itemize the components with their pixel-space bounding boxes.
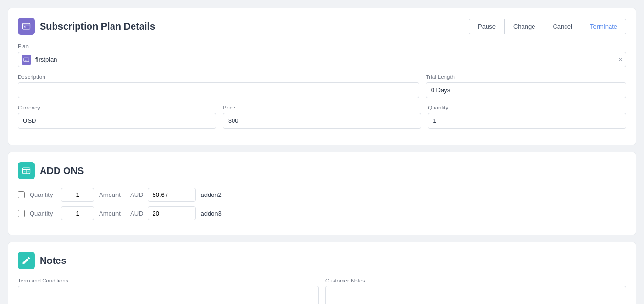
plan-icon-svg xyxy=(23,57,29,63)
addon1-amount-input[interactable] xyxy=(148,188,196,202)
subscription-icon xyxy=(18,18,35,35)
plan-label: Plan xyxy=(18,43,626,49)
addons-card: ADD ONS Quantity Amount AUD addon2 Quant… xyxy=(8,152,636,235)
addon1-amount-label: Amount xyxy=(99,191,125,198)
notes-card-title: Notes xyxy=(40,255,67,266)
subscription-plan-card: Subscription Plan Details Pause Change C… xyxy=(8,8,636,145)
subscription-card-header: Subscription Plan Details Pause Change C… xyxy=(18,18,626,35)
trial-length-input[interactable] xyxy=(426,82,626,98)
terminate-button[interactable]: Terminate xyxy=(581,19,626,34)
addon2-quantity-input[interactable] xyxy=(61,206,94,220)
addon-row-2: Quantity Amount AUD addon3 xyxy=(18,206,626,220)
quantity-label: Quantity xyxy=(428,105,626,110)
term-conditions-group: Term and Conditions xyxy=(18,278,319,304)
term-conditions-col: Term and Conditions xyxy=(18,278,319,304)
term-conditions-label: Term and Conditions xyxy=(18,278,319,283)
addon2-name: addon3 xyxy=(200,210,221,217)
addon1-name: addon2 xyxy=(200,191,221,198)
addon2-quantity-label: Quantity xyxy=(30,210,56,217)
addon2-amount-input[interactable] xyxy=(148,206,196,220)
customer-notes-label: Customer Notes xyxy=(325,278,626,283)
description-trial-row: Description Trial Length xyxy=(18,74,626,105)
subscription-icon-svg xyxy=(22,22,31,31)
addons-card-title: ADD ONS xyxy=(40,165,84,176)
plan-field-group: Plan × xyxy=(18,43,626,67)
notes-icon-svg xyxy=(22,256,31,265)
notes-icon xyxy=(18,252,35,269)
action-buttons-group: Pause Change Cancel Terminate xyxy=(469,19,626,34)
currency-col: Currency xyxy=(18,105,216,135)
price-col: Price xyxy=(223,105,422,135)
price-field-group: Price xyxy=(223,105,422,129)
addon1-quantity-input[interactable] xyxy=(61,188,94,202)
addon1-checkbox[interactable] xyxy=(18,191,25,198)
addon1-quantity-label: Quantity xyxy=(30,191,56,198)
notes-title-area: Notes xyxy=(18,252,67,269)
currency-price-qty-row: Currency Price Quantity xyxy=(18,105,626,135)
description-input[interactable] xyxy=(18,82,419,98)
addon2-checkbox[interactable] xyxy=(18,210,25,217)
term-conditions-textarea[interactable] xyxy=(18,286,319,304)
plan-input-wrapper: × xyxy=(18,52,626,67)
addon1-currency: AUD xyxy=(130,191,143,198)
plan-clear-button[interactable]: × xyxy=(618,56,622,64)
subscription-title-area: Subscription Plan Details xyxy=(18,18,155,35)
addon-row-1: Quantity Amount AUD addon2 xyxy=(18,188,626,202)
plan-icon xyxy=(22,55,31,65)
notes-fields-row: Term and Conditions Customer Notes xyxy=(18,278,626,304)
description-col: Description xyxy=(18,74,419,105)
customer-notes-textarea[interactable] xyxy=(325,286,626,304)
trial-length-field-group: Trial Length xyxy=(426,74,626,98)
notes-card-header: Notes xyxy=(18,252,626,269)
currency-input[interactable] xyxy=(18,113,216,129)
notes-card: Notes Term and Conditions Customer Notes xyxy=(8,242,636,304)
cancel-button[interactable]: Cancel xyxy=(544,19,581,34)
addons-icon xyxy=(18,162,35,179)
trial-length-label: Trial Length xyxy=(426,74,626,80)
currency-label: Currency xyxy=(18,105,216,110)
quantity-input[interactable] xyxy=(428,113,626,129)
customer-notes-group: Customer Notes xyxy=(325,278,626,304)
addons-icon-svg xyxy=(22,166,31,175)
price-input[interactable] xyxy=(223,113,422,129)
subscription-card-title: Subscription Plan Details xyxy=(40,21,155,32)
price-label: Price xyxy=(223,105,422,110)
customer-notes-col: Customer Notes xyxy=(325,278,626,304)
quantity-col: Quantity xyxy=(428,105,626,135)
addons-card-header: ADD ONS xyxy=(18,162,626,179)
currency-field-group: Currency xyxy=(18,105,216,129)
addon2-amount-label: Amount xyxy=(99,210,125,217)
description-field-group: Description xyxy=(18,74,419,98)
quantity-field-group: Quantity xyxy=(428,105,626,129)
pause-button[interactable]: Pause xyxy=(469,19,505,34)
addon2-currency: AUD xyxy=(130,210,143,217)
description-label: Description xyxy=(18,74,419,80)
svg-rect-0 xyxy=(23,23,30,29)
change-button[interactable]: Change xyxy=(505,19,544,34)
addons-title-area: ADD ONS xyxy=(18,162,84,179)
plan-input[interactable] xyxy=(18,52,626,67)
trial-length-col: Trial Length xyxy=(426,74,626,105)
